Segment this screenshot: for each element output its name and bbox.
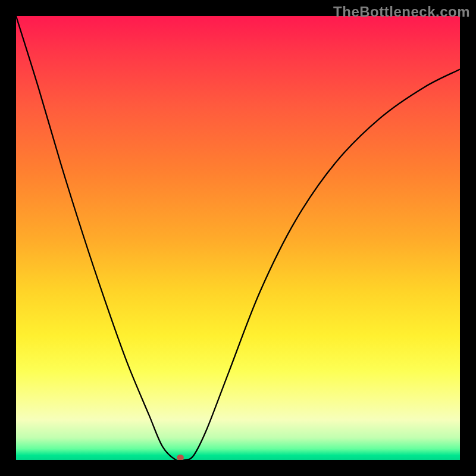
- watermark-text: TheBottleneck.com: [333, 4, 470, 20]
- minimum-marker: [177, 455, 184, 460]
- bottleneck-curve: [16, 16, 460, 460]
- plot-area: [16, 16, 460, 460]
- chart-container: TheBottleneck.com: [0, 0, 476, 476]
